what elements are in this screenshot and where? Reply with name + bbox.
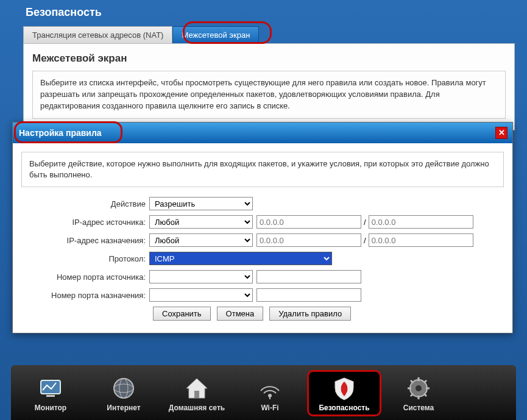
dialog-header: Настройка правила ✕	[13, 123, 512, 143]
nav-security[interactable]: Безопасность	[307, 370, 381, 416]
cancel-button[interactable]: Отмена	[217, 307, 264, 321]
src-ip-input[interactable]	[256, 215, 361, 229]
nav-system[interactable]: Система	[383, 372, 454, 415]
nav-security-label: Безопасность	[309, 404, 380, 412]
label-protocol: Протокол:	[21, 254, 149, 263]
src-ip-mode-select[interactable]: Любой	[149, 215, 253, 229]
firewall-panel: Межсетевой экран Выберите из списка инте…	[23, 43, 515, 130]
svg-line-16	[424, 394, 426, 396]
slash-separator: /	[364, 236, 366, 245]
svg-line-18	[424, 380, 426, 383]
shield-icon	[309, 376, 380, 401]
nav-system-label: Система	[383, 404, 454, 412]
nav-home-network[interactable]: Домашняя сеть	[161, 372, 233, 415]
label-dst-port: Номер порта назначения:	[21, 291, 149, 300]
src-port-input[interactable]	[256, 270, 361, 283]
dst-port-input[interactable]	[256, 288, 361, 302]
svg-rect-6	[194, 391, 199, 398]
label-action: Действие	[21, 199, 149, 208]
svg-point-2	[114, 379, 133, 398]
nav-home-label: Домашняя сеть	[161, 404, 233, 412]
svg-rect-1	[46, 395, 55, 397]
protocol-select[interactable]: ICMP	[149, 252, 332, 265]
dst-ip-input[interactable]	[256, 233, 361, 247]
tab-firewall[interactable]: Межсетевой экран	[172, 26, 259, 43]
rule-dialog: Настройка правила ✕ Выберите действие, к…	[12, 122, 513, 333]
dst-mask-input[interactable]	[369, 233, 473, 247]
svg-line-15	[411, 380, 413, 383]
save-button[interactable]: Сохранить	[153, 307, 211, 321]
tab-nat[interactable]: Трансляция сетевых адресов (NAT)	[23, 26, 172, 43]
svg-line-17	[411, 394, 413, 396]
section-description: Выберите из списка интерфейс, чтобы прос…	[32, 71, 506, 119]
bottom-nav: Монитор Интернет Домашняя сеть Wi-Fi Без…	[11, 365, 516, 420]
dialog-description: Выберите действие, которое нужно выполни…	[21, 152, 504, 187]
slash-separator: /	[364, 218, 366, 227]
svg-point-10	[416, 385, 422, 391]
nav-wifi[interactable]: Wi-Fi	[234, 372, 306, 415]
svg-rect-0	[41, 380, 60, 394]
house-icon	[161, 376, 233, 401]
dst-port-select[interactable]	[149, 288, 253, 302]
delete-rule-button[interactable]: Удалить правило	[269, 307, 351, 321]
nav-monitor[interactable]: Монитор	[15, 372, 87, 415]
dialog-title: Настройка правила	[19, 128, 102, 138]
nav-wifi-label: Wi-Fi	[234, 404, 306, 412]
action-select[interactable]: Разрешить	[149, 197, 253, 210]
label-src-port: Номер порта источника:	[21, 272, 149, 282]
globe-icon	[88, 376, 160, 401]
src-mask-input[interactable]	[369, 215, 473, 229]
gear-icon	[383, 376, 454, 401]
nav-internet-label: Интернет	[88, 404, 160, 412]
src-port-select[interactable]	[149, 270, 253, 283]
dst-ip-mode-select[interactable]: Любой	[149, 233, 253, 247]
close-icon[interactable]: ✕	[495, 127, 508, 139]
wifi-icon	[234, 376, 306, 401]
nav-monitor-label: Монитор	[15, 404, 87, 412]
label-dst-ip: IP-адрес назначения:	[21, 236, 149, 245]
page-title: Безопасность	[0, 0, 527, 26]
label-src-ip: IP-адрес источника:	[21, 218, 149, 227]
monitor-icon	[15, 376, 87, 401]
nav-internet[interactable]: Интернет	[88, 372, 160, 415]
section-title: Межсетевой экран	[32, 50, 506, 71]
